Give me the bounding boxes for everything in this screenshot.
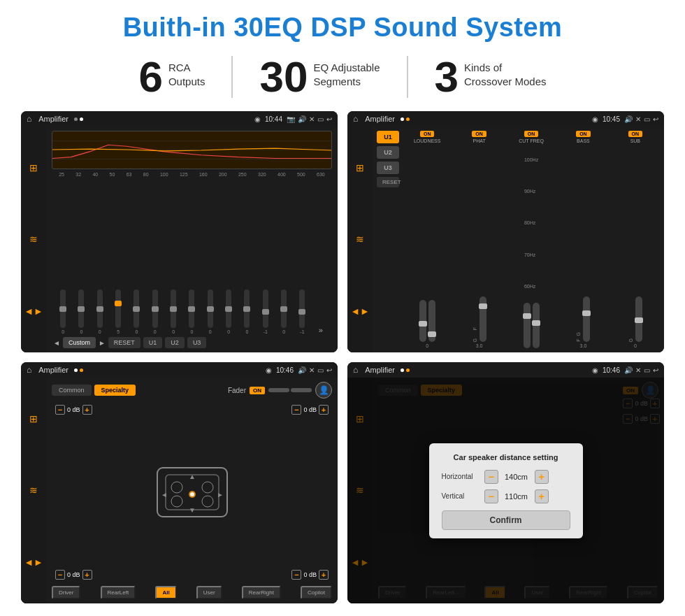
u1-btn[interactable]: U1 (143, 337, 163, 348)
cross-sidebar-icon2[interactable]: ≋ (356, 234, 364, 245)
custom-btn[interactable]: Custom (63, 337, 96, 348)
db-minus-br[interactable]: − (291, 570, 301, 580)
cross-home-icon[interactable]: ⌂ (353, 114, 358, 124)
next-arrow[interactable]: ► (99, 339, 106, 347)
driver-btn[interactable]: Driver (52, 586, 80, 599)
slider-10[interactable]: 0 (238, 289, 255, 334)
fader-sidebar-icon2[interactable]: ≋ (29, 485, 38, 496)
bass-on[interactable]: ON (576, 131, 591, 137)
slider-1[interactable]: 0 (73, 289, 89, 334)
fader-close-icon: ✕ (309, 366, 315, 374)
specialty-tab[interactable]: Specialty (94, 385, 136, 396)
fader-sidebar-icon1[interactable]: ⊞ (29, 413, 38, 424)
db-plus-bl[interactable]: + (82, 570, 92, 580)
freq-160: 160 (199, 172, 208, 177)
dialog-back-icon[interactable]: ↩ (653, 366, 658, 374)
cross-reset-btn[interactable]: RESET (377, 177, 399, 187)
prev-arrow[interactable]: ◄ (53, 339, 60, 347)
sub-on[interactable]: ON (628, 131, 643, 137)
cross-main: U1 U2 U3 RESET ON LOUDNESS (373, 127, 664, 352)
slider-12[interactable]: 0 (275, 289, 292, 334)
crossover-screen-card: ⌂ Amplifier ◉ 10:45 🔊 ✕ ▭ ↩ ⊞ (347, 111, 664, 352)
cutfreq-slider1[interactable] (524, 303, 531, 348)
fader-home-icon[interactable]: ⌂ (27, 365, 31, 375)
svg-text:►: ► (217, 491, 224, 499)
db-plus-br[interactable]: + (319, 570, 329, 580)
slider-6[interactable]: 0 (165, 289, 182, 334)
cutfreq-slider2[interactable] (533, 303, 540, 348)
slider-2[interactable]: 0 (92, 289, 108, 334)
cutfreq-col: ON CUT FREQ 100Hz90Hz80Hz70Hz60Hz (507, 131, 556, 348)
slider-13[interactable]: -1 (294, 289, 310, 334)
freq-50: 50 (110, 172, 115, 177)
u2-button[interactable]: U2 (377, 146, 399, 159)
eq-sidebar-icon2[interactable]: ≋ (29, 234, 38, 245)
u3-button[interactable]: U3 (377, 162, 399, 174)
slider-11[interactable]: -1 (257, 289, 274, 334)
rearright-btn[interactable]: RearRight (242, 586, 281, 599)
fader-back-icon[interactable]: ↩ (326, 366, 332, 374)
svg-text:◄: ◄ (161, 491, 168, 499)
db-plus-tl[interactable]: + (82, 405, 92, 415)
horizontal-minus-btn[interactable]: − (484, 470, 498, 484)
slider-4[interactable]: 0 (128, 289, 145, 334)
u1-button[interactable]: U1 (377, 131, 399, 143)
home-icon[interactable]: ⌂ (27, 114, 31, 124)
dialog-vol-icon: 🔊 (624, 366, 633, 374)
main-title: Buith-in 30EQ DSP Sound System (123, 13, 563, 43)
fader-on-badge[interactable]: ON (250, 387, 265, 394)
loudness-slider[interactable] (419, 300, 426, 342)
fader-time: 10:46 (276, 366, 294, 374)
cross-location-icon: ◉ (592, 115, 598, 123)
dialog-close-icon: ✕ (635, 366, 641, 374)
reset-btn[interactable]: RESET (108, 337, 140, 348)
eq-main-area: 25 32 40 50 63 80 100 125 160 200 250 32… (46, 127, 338, 352)
slider-9[interactable]: 0 (220, 289, 237, 334)
db-minus-tr[interactable]: − (291, 405, 301, 415)
fader-h-track2[interactable] (291, 388, 312, 392)
copilot-btn[interactable]: Copilot (301, 586, 332, 599)
cross-sidebar-icon3[interactable]: ◄► (350, 306, 370, 317)
slider-0[interactable]: 0 (55, 289, 71, 334)
cross-back-icon[interactable]: ↩ (653, 115, 658, 123)
eq-sidebar-icon3[interactable]: ◄► (24, 306, 43, 317)
slider-8[interactable]: 0 (202, 289, 219, 334)
vertical-plus-btn[interactable]: + (535, 489, 549, 503)
phat-on[interactable]: ON (472, 131, 486, 137)
dialog-home-icon[interactable]: ⌂ (353, 365, 358, 375)
vertical-minus-btn[interactable]: − (484, 489, 498, 503)
slider-5[interactable]: 0 (147, 289, 164, 334)
loudness-slider2[interactable] (428, 300, 435, 342)
rearleft-btn[interactable]: RearLeft (101, 586, 136, 599)
dialog-status-dots (401, 368, 410, 372)
horizontal-plus-btn[interactable]: + (535, 470, 549, 484)
cross-sidebar-icon1[interactable]: ⊞ (356, 162, 364, 173)
fader-user-icon[interactable]: 👤 (315, 382, 332, 399)
stat-eq-label: EQ AdjustableSegments (313, 55, 380, 88)
cross-status-bar: ⌂ Amplifier ◉ 10:45 🔊 ✕ ▭ ↩ (347, 111, 664, 127)
common-tab[interactable]: Common (52, 385, 92, 396)
bass-slider[interactable] (583, 296, 590, 342)
loudness-on[interactable]: ON (420, 131, 435, 137)
slider-7[interactable]: 0 (183, 289, 200, 334)
user-btn[interactable]: User (196, 586, 222, 599)
db-minus-bl[interactable]: − (55, 570, 65, 580)
db-minus-tl[interactable]: − (55, 405, 65, 415)
fader-sidebar-icon3[interactable]: ◄► (24, 557, 43, 568)
u2-btn[interactable]: U2 (165, 337, 185, 348)
all-btn[interactable]: All (155, 586, 176, 599)
db-plus-tr[interactable]: + (319, 405, 329, 415)
confirm-button[interactable]: Confirm (442, 510, 570, 530)
dot2 (80, 117, 83, 121)
slider-3[interactable]: 5 (110, 289, 127, 334)
eq-sidebar-icon1[interactable]: ⊞ (29, 162, 38, 173)
slider-expand[interactable]: » (312, 326, 329, 334)
u3-btn[interactable]: U3 (187, 337, 207, 348)
sub-label: SUB (630, 138, 640, 143)
fader-status-bar: ⌂ Amplifier ◉ 10:46 🔊 ✕ ▭ ↩ (21, 362, 338, 378)
cutfreq-on[interactable]: ON (524, 131, 539, 137)
back-icon[interactable]: ↩ (326, 115, 332, 123)
sub-slider[interactable] (635, 296, 642, 342)
phat-slider[interactable] (480, 296, 486, 342)
fader-h-track1[interactable] (268, 388, 289, 392)
